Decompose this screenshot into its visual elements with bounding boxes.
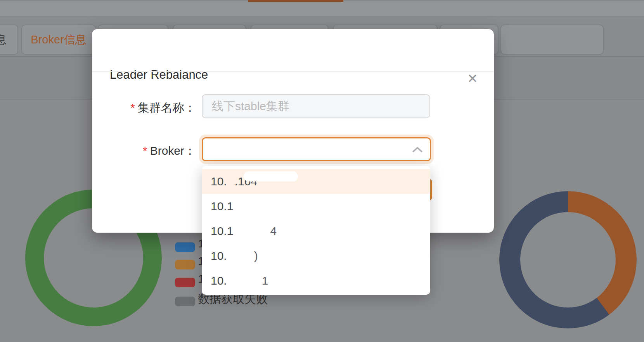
legend-swatch-brown	[175, 260, 195, 269]
required-asterisk: *	[130, 101, 135, 114]
dropdown-option[interactable]: 10.1	[202, 194, 430, 219]
tab-label: 息	[0, 33, 7, 46]
dropdown-option[interactable]: 10.14	[202, 219, 430, 244]
cluster-name-placeholder: 线下stable集群	[212, 95, 289, 117]
tab-broker-info-active[interactable]: Broker信息	[21, 24, 96, 55]
cluster-name-input-disabled[interactable]: 线下stable集群	[202, 94, 430, 118]
broker-options-dropdown: 10..164 10.1 10.14 10.) 10.1	[202, 166, 430, 295]
broker-select[interactable]	[202, 137, 431, 161]
tab-partial-left[interactable]: 息	[0, 24, 18, 55]
donut-chart-right-hole	[520, 212, 616, 307]
legend-swatch-blue	[175, 242, 195, 252]
redaction-blob	[244, 171, 298, 181]
cluster-name-label: *集群名称：	[92, 100, 196, 116]
top-header-strip	[0, 0, 644, 16]
dropdown-option-highlighted[interactable]: 10..164	[202, 169, 430, 194]
required-asterisk: *	[143, 144, 147, 157]
tab-hidden-8[interactable]	[500, 24, 604, 55]
top-active-indicator-bar	[248, 0, 343, 2]
tab-label: Broker信息	[31, 33, 86, 46]
chevron-up-icon	[412, 146, 423, 155]
broker-label: *Broker：	[92, 143, 196, 159]
legend-swatch-gray	[175, 297, 195, 306]
legend-swatch-red	[175, 278, 195, 287]
modal-header-divider	[92, 71, 494, 72]
modal-title: Leader Rebalance	[110, 68, 208, 82]
dropdown-option[interactable]: 10.1	[202, 268, 430, 293]
dropdown-option[interactable]: 10.)	[202, 244, 430, 268]
